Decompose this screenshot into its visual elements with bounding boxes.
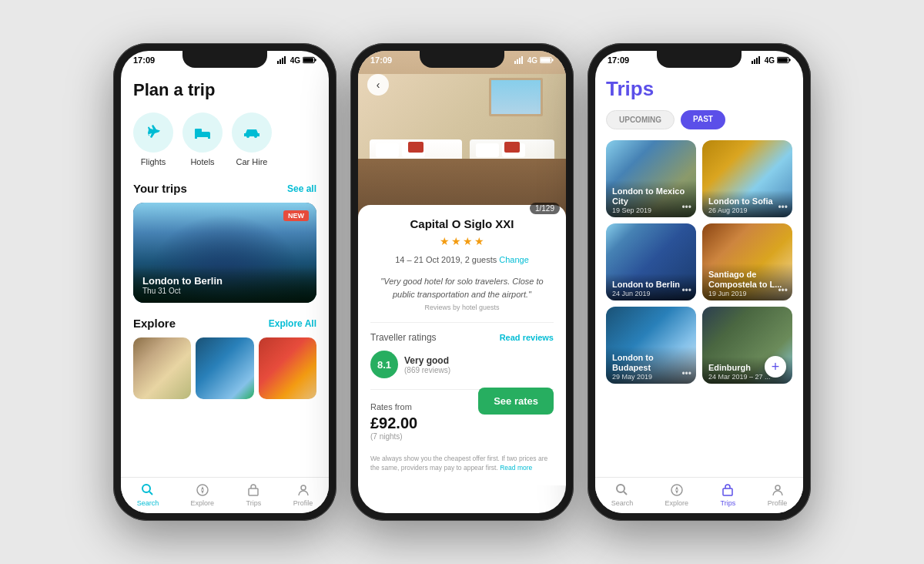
explore-all-btn[interactable]: Explore All (269, 318, 316, 329)
nav-trips-3[interactable]: Trips (720, 482, 735, 507)
quote-source: Reviews by hotel guests (370, 304, 554, 311)
phone-1: 17:09 4G (113, 43, 336, 521)
trip-grid: London to Mexico City 19 Sep 2019 ••• Lo… (606, 140, 792, 384)
search-nav-icon-3 (614, 482, 630, 498)
trip-budapest[interactable]: London to Budapest 29 May 2019 ••• (606, 307, 696, 384)
trip-options-1[interactable]: ••• (778, 202, 788, 213)
nav-search-3[interactable]: Search (611, 482, 634, 507)
red-pillow-1 (408, 142, 424, 153)
svg-rect-13 (244, 133, 246, 136)
svg-rect-10 (208, 136, 210, 139)
svg-rect-22 (514, 61, 516, 64)
trips-nav-icon-3 (720, 482, 735, 498)
service-hotels[interactable]: Hotels (182, 112, 223, 166)
plan-title: Plan a trip (133, 80, 316, 100)
nav-trips-label-1: Trips (246, 499, 262, 507)
signal-icon-1 (277, 56, 288, 64)
search-icon-1 (141, 483, 155, 497)
svg-rect-30 (754, 59, 755, 64)
explore-thumb-2[interactable] (196, 337, 253, 399)
explore-thumb-3[interactable] (259, 337, 316, 399)
bottom-nav-1: Search Explore (121, 477, 329, 513)
read-reviews-btn[interactable]: Read reviews (500, 333, 554, 342)
hotels-circle (182, 112, 223, 153)
see-rates-btn[interactable]: See rates (478, 388, 554, 415)
trip-date-4: 29 May 2019 (612, 373, 690, 381)
phone-1-content: Plan a trip Flights (121, 66, 329, 477)
nav-trips-1[interactable]: Trips (246, 482, 261, 507)
svg-rect-24 (519, 58, 521, 64)
phone-2: 17:09 4G (350, 43, 574, 521)
fab-button[interactable]: + (765, 356, 786, 378)
trip-options-2[interactable]: ••• (681, 285, 691, 296)
rating-score: 8.1 (370, 351, 398, 378)
trip-mexico[interactable]: London to Mexico City 19 Sep 2019 ••• (606, 140, 696, 217)
nav-profile-3[interactable]: Profile (768, 482, 788, 507)
tab-upcoming[interactable]: UPCOMING (606, 110, 675, 129)
notch-1 (182, 51, 267, 68)
svg-rect-25 (521, 56, 523, 64)
nav-profile-1[interactable]: Profile (293, 482, 313, 507)
trip-berlin[interactable]: London to Berlin 24 Jun 2019 ••• (606, 223, 696, 300)
service-car-hire[interactable]: Car Hire (232, 112, 272, 166)
service-flights[interactable]: Flights (133, 112, 173, 166)
battery-icon-2 (540, 56, 554, 64)
svg-point-15 (142, 485, 150, 492)
car-icon (242, 123, 262, 143)
trip-card-overlay: London to Berlin Thu 31 Oct (133, 267, 316, 303)
svg-rect-41 (723, 488, 732, 495)
trip-santiago[interactable]: Santiago de Compostela to L... 19 Jun 20… (702, 223, 792, 300)
svg-rect-34 (789, 59, 791, 61)
svg-point-42 (775, 485, 780, 490)
trip-dest-2: London to Berlin (612, 280, 690, 290)
rating-count: (869 reviews) (404, 366, 450, 374)
svg-point-11 (246, 135, 249, 138)
svg-rect-14 (258, 133, 259, 136)
explore-thumb-1[interactable] (133, 337, 191, 399)
nav-explore-1[interactable]: Explore (191, 482, 215, 507)
svg-line-16 (149, 492, 152, 495)
carrier-2: 4G (527, 56, 537, 65)
hotel-name: Capital O Siglo XXI (370, 217, 554, 230)
new-badge: NEW (283, 210, 309, 221)
battery-icon-1 (303, 56, 316, 64)
carrier-3: 4G (765, 56, 775, 65)
trip-options-0[interactable]: ••• (681, 202, 691, 213)
nav-search-1[interactable]: Search (137, 482, 159, 507)
pillow-3 (476, 143, 499, 157)
svg-rect-1 (280, 59, 281, 64)
back-button[interactable]: ‹ (367, 74, 389, 96)
explore-grid (133, 337, 316, 399)
phone-1-screen: 17:09 4G (121, 51, 329, 513)
svg-rect-2 (282, 58, 283, 64)
tab-past[interactable]: PAST (681, 110, 725, 129)
hotel-info-card: Capital O Siglo XXI ★ ★ ★ ★ 14 – 21 Oct … (358, 205, 566, 485)
traveller-ratings-label: Traveller ratings (370, 332, 437, 343)
read-more-link[interactable]: Read more (500, 464, 532, 472)
svg-rect-27 (552, 59, 554, 61)
phone-2-content: 1/129 ‹ Capital O Siglo XXI ★ ★ ★ ★ 14 –… (358, 51, 566, 513)
see-all-btn[interactable]: See all (287, 183, 316, 194)
trip-edinburgh[interactable]: Edinburgh 24 Mar 2019 – 27 ... + (702, 307, 792, 384)
nav-explore-3[interactable]: Explore (665, 482, 689, 507)
hotels-label: Hotels (190, 157, 214, 166)
car-hire-label: Car Hire (236, 157, 268, 166)
photo-counter: 1/129 (530, 203, 560, 214)
trip-options-4[interactable]: ••• (681, 368, 691, 379)
trip-sofia[interactable]: London to Sofia 26 Aug 2019 ••• (702, 140, 792, 217)
pillow-1 (376, 143, 399, 157)
profile-icon-3 (771, 483, 785, 497)
trip-card[interactable]: NEW London to Berlin Thu 31 Oct (133, 203, 316, 303)
service-icons: Flights Hotels (133, 112, 316, 166)
trips-title: Trips (606, 77, 792, 101)
trip-date-3: 19 Jun 2019 (708, 290, 786, 297)
svg-rect-20 (249, 488, 258, 495)
change-dates-btn[interactable]: Change (499, 255, 529, 264)
nav-profile-label-1: Profile (293, 499, 313, 507)
svg-rect-5 (315, 59, 316, 61)
trip-options-3[interactable]: ••• (778, 285, 788, 296)
phones-container: 17:09 4G (98, 28, 826, 536)
search-icon-3 (615, 483, 629, 497)
rates-section: Rates from £92.00 (7 nights) See rates W… (370, 399, 554, 473)
status-time-3: 17:09 (608, 55, 629, 65)
